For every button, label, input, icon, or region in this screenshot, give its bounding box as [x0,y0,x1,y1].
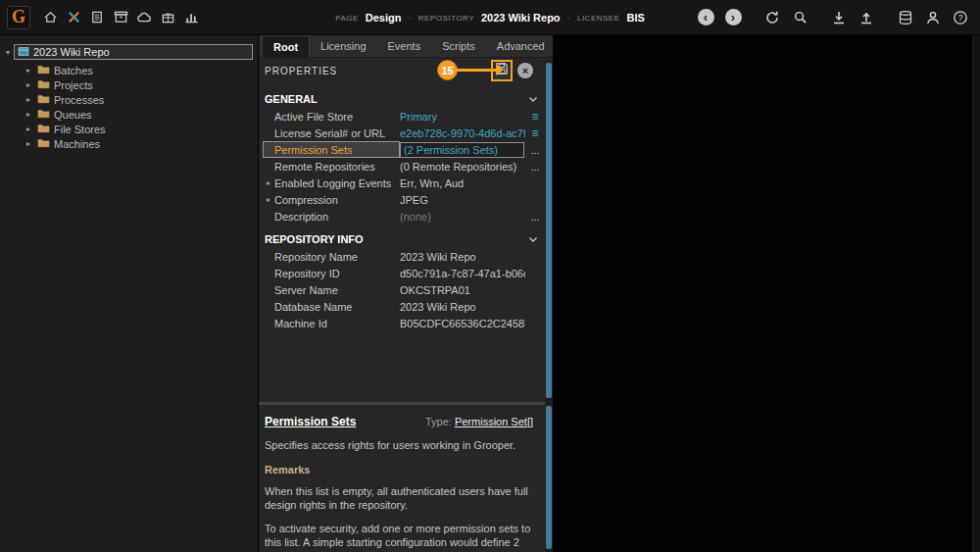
prop-row-machine-id[interactable]: Machine Id B05CDFC66536C2C24585F... [259,315,545,331]
expander-down-icon[interactable]: ▾ [2,48,14,57]
prop-value[interactable]: Err, Wrn, Aud [400,177,525,189]
chevron-down-icon[interactable] [528,235,538,243]
window-scrollbar-track[interactable] [972,35,980,552]
expander-icon[interactable]: ▸ [24,66,33,75]
prop-name-cell: ▸ Enabled Logging Events [263,175,400,191]
prop-row-database-name[interactable]: Database Name 2023 Wiki Repo [259,298,545,315]
ellipsis-button[interactable]: ... [525,211,545,223]
prop-value[interactable]: (none) [400,211,525,223]
sidebar-item-batches[interactable]: ▸ Batches [0,63,258,77]
repository-icon [18,46,29,59]
prop-name-cell: ▸ Compression [263,191,400,208]
cloud-icon[interactable] [132,5,156,30]
prop-row-compression[interactable]: ▸ Compression JPEG [259,191,545,208]
download-icon[interactable] [827,5,851,30]
properties-scrollbar-track[interactable] [545,61,553,552]
sidebar-root-label: 2023 Wiki Repo [33,46,110,58]
prop-value[interactable]: (2 Permission Sets) [400,142,525,158]
archive-icon[interactable] [109,5,132,30]
prop-row-remote-repositories[interactable]: Remote Repositories (0 Remote Repositori… [259,158,545,175]
prop-value[interactable]: d50c791a-7c87-47a1-b06d-... [400,268,525,279]
sidebar-item-file-stores[interactable]: ▸ File Stores [0,122,258,136]
sidebar-item-projects[interactable]: ▸ Projects [0,77,258,92]
menu-icon[interactable]: ≡ [525,126,545,140]
account-icon[interactable] [921,5,945,30]
prop-row-enabled-logging-events[interactable]: ▸ Enabled Logging Events Err, Wrn, Aud [259,175,545,191]
workspace-empty-area [553,35,972,552]
section-general[interactable]: GENERAL [259,89,545,108]
sidebar-root-selection[interactable]: 2023 Wiki Repo [14,44,253,60]
tree-item-label: File Stores [54,124,106,135]
upload-icon[interactable] [855,5,878,30]
prop-value[interactable]: OKCSTRPA01 [400,284,525,296]
folder-icon [37,123,50,135]
expander-icon[interactable]: ▸ [24,110,33,119]
ellipsis-button[interactable]: ... [525,144,545,156]
prop-value-editor[interactable]: (2 Permission Sets) [400,142,524,158]
folder-icon [37,64,50,76]
prop-row-active-file-store[interactable]: Active File Store Primary ≡ [259,108,545,125]
expander-icon[interactable]: ▸ [263,178,274,187]
section-title: REPOSITORY INFO [265,233,364,245]
expander-icon[interactable]: ▸ [24,80,33,89]
ellipsis-button[interactable]: ... [525,161,545,173]
prop-value[interactable]: e2eb728c-9970-4d6d-ac7f-... [400,127,525,139]
expander-icon[interactable]: ▸ [24,95,33,104]
tab-licensing[interactable]: Licensing [310,35,376,57]
search-icon[interactable] [788,5,811,30]
imports-icon[interactable] [156,5,179,30]
prop-row-repository-name[interactable]: Repository Name 2023 Wiki Repo [259,248,545,265]
prop-value[interactable]: B05CDFC66536C2C24585F... [400,318,525,329]
properties-header: PROPERTIES 15 × [259,58,545,83]
tree-children: ▸ Batches ▸ Projects ▸ Processes ▸ Queue… [0,63,258,151]
licensee-label: LICENSEE [577,14,620,23]
type-link[interactable]: Permission Set[] [455,416,533,427]
sidebar-root-row[interactable]: ▾ 2023 Wiki Repo [2,44,253,60]
menu-icon[interactable]: ≡ [525,110,545,124]
prop-value[interactable]: JPEG [400,194,525,206]
prop-row-permission-sets[interactable]: Permission Sets (2 Permission Sets) ... [259,141,545,158]
prop-value[interactable]: 2023 Wiki Repo [400,251,525,263]
section-repository-info[interactable]: REPOSITORY INFO [259,229,545,248]
refresh-icon[interactable] [760,5,784,30]
tab-scripts[interactable]: Scripts [431,35,486,57]
sidebar-item-processes[interactable]: ▸ Processes [0,92,258,107]
annotation-arrowhead [496,64,504,75]
close-icon[interactable]: × [517,63,533,78]
layers-icon[interactable] [894,5,917,30]
scrollbar-thumb[interactable] [546,406,552,549]
topbar: G PAGE Design · REPOSITORY 2023 Wiki Rep… [0,0,980,35]
design-tools-icon[interactable] [62,5,85,30]
annotation-arrow [457,69,497,72]
expander-icon[interactable]: ▸ [263,195,274,204]
prop-row-license-serial-or-url[interactable]: License Serial# or URL e2eb728c-9970-4d6… [259,125,545,141]
tab-advanced[interactable]: Advanced [486,35,556,57]
section-title: GENERAL [265,93,318,105]
expander-icon[interactable]: ▸ [24,125,33,133]
prop-value[interactable]: Primary [400,111,525,123]
home-icon[interactable] [38,5,62,30]
prop-value[interactable]: (0 Remote Repositories) [400,161,525,173]
prop-name-cell: Active File Store [263,108,400,125]
prop-name-cell: License Serial# or URL [263,125,400,141]
properties-title: PROPERTIES [265,66,337,76]
nav-back-icon[interactable]: ‹ [694,5,717,30]
prop-name: Enabled Logging Events [274,177,391,189]
prop-row-description[interactable]: Description (none) ... [259,208,545,225]
help-icon[interactable]: ? [949,5,972,30]
help-header: Permission Sets Type: Permission Set[] [265,415,533,428]
tab-root[interactable]: Root [262,35,310,57]
chevron-down-icon[interactable] [528,95,538,103]
scrollbar-thumb[interactable] [546,63,552,398]
nav-forward-icon[interactable]: › [721,5,745,30]
sidebar-item-machines[interactable]: ▸ Machines [0,136,258,151]
batches-icon[interactable] [85,5,109,30]
tab-events[interactable]: Events [377,35,432,57]
page-value: Design [366,12,402,24]
stats-icon[interactable] [179,5,203,30]
prop-value[interactable]: 2023 Wiki Repo [400,301,525,313]
prop-row-server-name[interactable]: Server Name OKCSTRPA01 [259,281,545,298]
expander-icon[interactable]: ▸ [24,139,33,148]
sidebar-item-queues[interactable]: ▸ Queues [0,107,258,122]
prop-row-repository-id[interactable]: Repository ID d50c791a-7c87-47a1-b06d-..… [259,265,545,281]
